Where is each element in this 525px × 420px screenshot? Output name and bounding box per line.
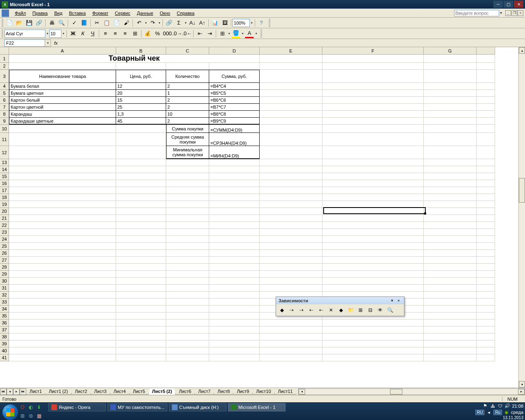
row-header-30[interactable]: 30 xyxy=(0,278,9,285)
cell-D33[interactable] xyxy=(209,299,260,306)
cell-D27[interactable] xyxy=(209,257,260,264)
cell-G16[interactable] xyxy=(424,180,477,187)
cell-F21[interactable] xyxy=(322,215,424,222)
cell-H35[interactable] xyxy=(477,313,495,320)
cell-C10[interactable]: Сумма покупки xyxy=(166,125,209,133)
cell-C30[interactable] xyxy=(166,278,209,285)
cell-D16[interactable] xyxy=(209,180,260,187)
spell-icon[interactable]: ✓ xyxy=(70,18,79,27)
cell-F5[interactable] xyxy=(322,90,424,97)
cell-G3[interactable] xyxy=(424,70,477,83)
cell-H21[interactable] xyxy=(477,215,495,222)
decrease-decimal-icon[interactable]: .0← xyxy=(183,29,192,38)
tray-nvidia-icon[interactable]: ◉ xyxy=(504,409,509,415)
minimize-button[interactable]: ─ xyxy=(493,1,503,8)
cell-B11[interactable] xyxy=(116,133,166,146)
cell-G38[interactable] xyxy=(424,333,477,340)
trace-dependents-icon[interactable]: ⇠ xyxy=(307,306,316,315)
cell-B15[interactable] xyxy=(116,173,166,180)
trace-error-icon[interactable]: ◆ xyxy=(336,306,345,315)
cell-F27[interactable] xyxy=(322,257,424,264)
cell-E7[interactable] xyxy=(260,104,322,111)
select-all-corner[interactable] xyxy=(0,47,9,55)
cell-G31[interactable] xyxy=(424,285,477,292)
increase-indent-icon[interactable]: ⇥ xyxy=(205,29,214,38)
bold-icon[interactable]: Ж xyxy=(68,29,78,38)
cell-B9[interactable]: 45 xyxy=(116,118,166,125)
cell-B22[interactable] xyxy=(116,222,166,229)
cell-A5[interactable]: Бумага цветная xyxy=(9,90,116,97)
cell-C14[interactable] xyxy=(166,166,209,173)
cell-C21[interactable] xyxy=(166,215,209,222)
taskbar-item[interactable]: Microsoft Excel - 1 xyxy=(228,403,285,411)
tray-flag-icon[interactable]: ⚑ xyxy=(482,403,488,409)
row-header-12[interactable]: 12 xyxy=(0,146,9,159)
cell-E15[interactable] xyxy=(260,173,322,180)
cell-G7[interactable] xyxy=(424,104,477,111)
cell-C15[interactable] xyxy=(166,173,209,180)
comma-icon[interactable]: 000 xyxy=(163,29,172,38)
merge-icon[interactable]: ⊞ xyxy=(130,29,139,38)
cell-H25[interactable] xyxy=(477,243,495,250)
cell-A27[interactable] xyxy=(9,257,116,264)
cell-D5[interactable]: =B5*C5 xyxy=(209,90,260,97)
fx-icon[interactable]: fx xyxy=(54,41,58,46)
cell-B2[interactable] xyxy=(116,63,166,70)
row-header-11[interactable]: 11 xyxy=(0,133,9,146)
vscroll-thumb[interactable] xyxy=(519,178,525,203)
cell-B27[interactable] xyxy=(116,257,166,264)
cell-B25[interactable] xyxy=(116,243,166,250)
cell-C19[interactable] xyxy=(166,201,209,208)
font-color-icon[interactable]: A xyxy=(245,29,254,38)
sheet-tab[interactable]: Лист6 xyxy=(175,388,195,395)
cell-B12[interactable] xyxy=(116,146,166,159)
cell-F31[interactable] xyxy=(322,285,424,292)
cell-H18[interactable] xyxy=(477,194,495,201)
sheet-tab[interactable]: Лист1 (2) xyxy=(45,388,72,395)
align-center-icon[interactable]: ≡ xyxy=(111,29,120,38)
percent-icon[interactable]: % xyxy=(153,29,162,38)
cell-H22[interactable] xyxy=(477,222,495,229)
cell-H3[interactable] xyxy=(477,70,495,83)
row-header-32[interactable]: 32 xyxy=(0,292,9,299)
col-header-end[interactable] xyxy=(477,47,495,55)
cell-H7[interactable] xyxy=(477,104,495,111)
cell-F18[interactable] xyxy=(322,194,424,201)
cell-B31[interactable] xyxy=(116,285,166,292)
row-header-15[interactable]: 15 xyxy=(0,173,9,180)
mdi-minimize[interactable]: _ xyxy=(505,10,511,16)
cell-H40[interactable] xyxy=(477,347,495,354)
row-header-25[interactable]: 25 xyxy=(0,243,9,250)
cell-F20[interactable] xyxy=(322,208,424,215)
tray-time[interactable]: 21:08 xyxy=(512,404,523,409)
cell-H30[interactable] xyxy=(477,278,495,285)
cell-D31[interactable] xyxy=(209,285,260,292)
cell-D39[interactable] xyxy=(209,340,260,347)
cell-C27[interactable] xyxy=(166,257,209,264)
cell-A15[interactable] xyxy=(9,173,116,180)
font-dropdown[interactable]: ▾ xyxy=(46,30,49,38)
cell-H19[interactable] xyxy=(477,201,495,208)
cell-H24[interactable] xyxy=(477,236,495,243)
cell-E25[interactable] xyxy=(260,243,322,250)
cell-F4[interactable] xyxy=(322,83,424,90)
cell-G2[interactable] xyxy=(424,63,477,70)
menu-tools[interactable]: Сервис xyxy=(112,10,134,16)
horizontal-scrollbar[interactable]: ◂ ▸ xyxy=(298,388,525,395)
cell-G20[interactable] xyxy=(424,208,477,215)
cell-C20[interactable] xyxy=(166,208,209,215)
cell-E19[interactable] xyxy=(260,201,322,208)
row-header-6[interactable]: 6 xyxy=(0,97,9,104)
format-painter-icon[interactable]: 🖌 xyxy=(122,18,131,27)
clear-circles-icon[interactable]: ⊟ xyxy=(366,306,375,315)
cell-E39[interactable] xyxy=(260,340,322,347)
cell-A6[interactable]: Картон белый xyxy=(9,97,116,104)
cell-D23[interactable] xyxy=(209,229,260,236)
currency-icon[interactable]: 💰 xyxy=(143,29,152,38)
cell-B17[interactable] xyxy=(116,187,166,194)
cell-A26[interactable] xyxy=(9,250,116,257)
tray-arrow-icon[interactable]: ◂ xyxy=(486,409,492,415)
font-size-combo[interactable] xyxy=(49,30,62,38)
dependencies-title[interactable]: Зависимости ▼ × xyxy=(276,297,404,304)
cell-H16[interactable] xyxy=(477,180,495,187)
